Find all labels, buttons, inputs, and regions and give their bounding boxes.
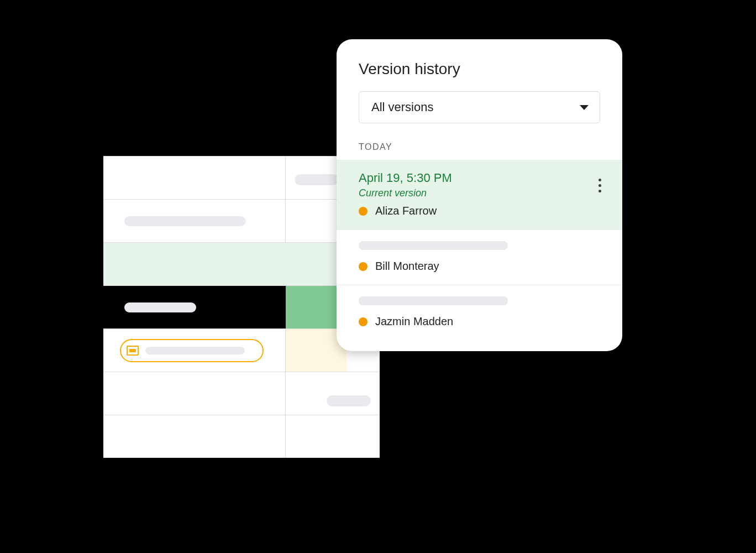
editor-name: Bill Monteray (375, 260, 439, 273)
section-label-today: TODAY (337, 135, 622, 152)
editor-color-dot (359, 317, 368, 326)
editor-row: Jazmin Madden (359, 315, 600, 328)
chevron-down-icon (580, 105, 589, 110)
skeleton-timestamp (359, 296, 508, 305)
slides-icon (127, 346, 139, 356)
bg-row (103, 372, 380, 415)
decorative-pill (327, 395, 371, 406)
versions-dropdown[interactable]: All versions (359, 91, 600, 123)
panel-header: Version history All versions (337, 39, 622, 135)
skeleton-text (124, 216, 246, 226)
cell-separator (285, 156, 286, 199)
cell-separator (285, 415, 286, 457)
skeleton-timestamp (359, 241, 508, 250)
cell-separator (285, 200, 286, 242)
decorative-pill (295, 174, 339, 185)
version-history-panel: Version history All versions TODAY April… (337, 39, 622, 351)
cell-separator (285, 372, 286, 415)
more-options-icon[interactable] (595, 175, 605, 196)
editor-name: Aliza Farrow (375, 205, 437, 217)
editor-row: Aliza Farrow (359, 205, 600, 217)
skeleton-text (145, 347, 245, 354)
editor-row: Bill Monteray (359, 260, 600, 273)
panel-title: Version history (359, 60, 600, 78)
bg-row (103, 415, 380, 458)
editor-name: Jazmin Madden (375, 315, 453, 328)
dropdown-label: All versions (371, 100, 433, 114)
editor-color-dot (359, 262, 368, 271)
version-timestamp: April 19, 5:30 PM (359, 171, 600, 185)
skeleton-text (124, 302, 196, 312)
version-item[interactable]: Jazmin Madden (337, 285, 622, 340)
version-subtitle: Current version (359, 187, 600, 199)
editor-color-dot (359, 207, 368, 216)
version-item[interactable]: Bill Monteray (337, 230, 622, 285)
version-item-current[interactable]: April 19, 5:30 PM Current version Aliza … (337, 160, 622, 230)
slides-chip (120, 339, 264, 362)
